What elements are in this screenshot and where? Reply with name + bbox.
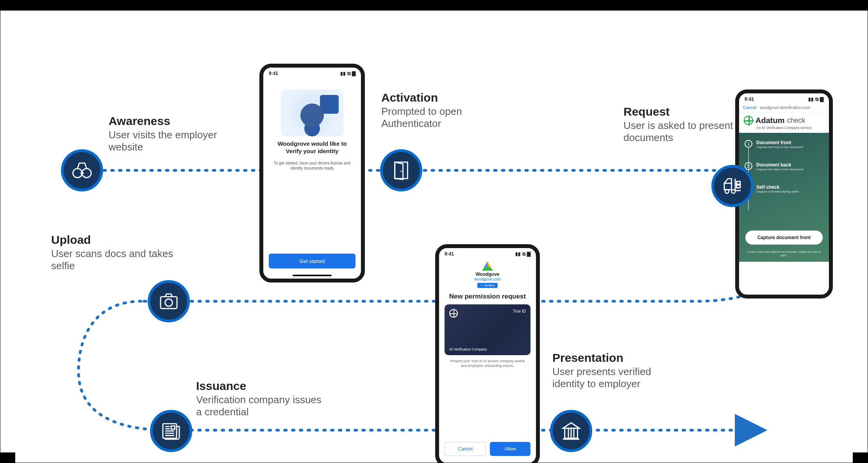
awareness-icon bbox=[61, 149, 103, 191]
perm-hint: Present your True ID to access company a… bbox=[439, 355, 536, 372]
perm-domain: woodgove.com bbox=[439, 277, 536, 281]
request-icon bbox=[711, 165, 754, 207]
upload-icon bbox=[148, 280, 190, 322]
svg-rect-12 bbox=[171, 426, 175, 429]
verified-badge: ✓ Verified bbox=[477, 283, 498, 288]
svg-rect-8 bbox=[737, 185, 740, 188]
home-indicator bbox=[293, 275, 332, 276]
status-indicators: ▮▮ ⧉ ▇ bbox=[808, 97, 823, 102]
cancel-button[interactable]: Cancel bbox=[445, 442, 486, 456]
step-awareness-label: Awareness User visits the employer websi… bbox=[109, 114, 238, 153]
step-title: Document back bbox=[756, 162, 804, 168]
step-number: 1 bbox=[745, 140, 752, 148]
perm-button-row: Cancel Allow bbox=[445, 442, 530, 456]
globe-icon bbox=[449, 309, 458, 318]
card-label: True ID bbox=[513, 309, 526, 313]
door-icon bbox=[390, 159, 412, 181]
card-issuer: ID Verification Company bbox=[449, 347, 487, 351]
status-bar: 9:41 ▮▮ ⧉ ▇ bbox=[263, 68, 361, 78]
credential-card: True ID ID Verification Company bbox=[445, 304, 530, 355]
step-desc: Prompted to open Authenticator bbox=[381, 105, 510, 130]
top-black-bar bbox=[0, 0, 868, 11]
activation-icon bbox=[380, 149, 422, 191]
step-issuance-label: Issuance Verification company issues a c… bbox=[196, 379, 325, 418]
step-title: Issuance bbox=[196, 379, 325, 393]
corner-marker-left bbox=[0, 452, 15, 463]
svg-rect-4 bbox=[724, 183, 732, 189]
step-desc: Capture the back of the document bbox=[756, 168, 804, 171]
svg-point-5 bbox=[725, 189, 729, 193]
adatum-sub: An ID Verification Company service bbox=[739, 126, 829, 133]
step-desc: Capture the front of the document bbox=[756, 145, 803, 149]
identity-sub: To get started, have your drivers licens… bbox=[263, 155, 361, 171]
step-title: Upload bbox=[51, 233, 180, 247]
step-request-label: Request User is asked to present documen… bbox=[623, 105, 752, 144]
step-desc: User is asked to present documents bbox=[623, 120, 752, 144]
adatum-step-1: 1 Document front Capture the front of th… bbox=[745, 140, 823, 149]
status-bar: 9:41 ▮▮ ⧉ ▇ bbox=[739, 93, 829, 104]
step-title: Awareness bbox=[109, 114, 238, 128]
status-time: 9:41 bbox=[269, 71, 278, 76]
allow-button[interactable]: Allow bbox=[490, 442, 530, 456]
corner-marker-right bbox=[853, 452, 868, 463]
phone-permission-screen: 9:41 ▮▮ ⧉ ▇ Woodgove woodgove.com ✓ Veri… bbox=[435, 244, 540, 463]
get-started-button[interactable]: Get started bbox=[269, 254, 355, 268]
adatum-step-2: 2 Document back Capture the back of the … bbox=[745, 162, 823, 171]
adatum-title: Adatum check bbox=[739, 113, 829, 126]
svg-point-3 bbox=[400, 171, 402, 172]
issuance-icon bbox=[150, 410, 192, 452]
identity-illustration bbox=[281, 89, 343, 136]
binoculars-icon bbox=[71, 159, 93, 181]
browser-cancel-button[interactable]: Cancel bbox=[743, 105, 756, 110]
adatum-suffix: check bbox=[787, 116, 805, 125]
svg-point-10 bbox=[165, 299, 173, 306]
browser-url: woodgrove.idverification.com bbox=[760, 105, 810, 110]
presentation-icon bbox=[550, 410, 592, 452]
step-title: Request bbox=[623, 105, 752, 119]
capture-front-button[interactable]: Capture document front bbox=[745, 231, 823, 245]
step-activation-label: Activation Prompted to open Authenticato… bbox=[381, 91, 510, 130]
step-title: Presentation bbox=[552, 351, 681, 365]
status-indicators: ▮▮ ⧉ ▇ bbox=[515, 251, 530, 257]
status-bar: 9:41 ▮▮ ⧉ ▇ bbox=[439, 248, 536, 258]
step-desc: User presents verified identity to emplo… bbox=[552, 366, 681, 390]
bank-icon bbox=[560, 420, 582, 442]
globe-icon bbox=[744, 116, 753, 125]
step-presentation-label: Presentation User presents verified iden… bbox=[552, 351, 681, 390]
adatum-brand: Adatum bbox=[755, 116, 784, 125]
phone-identity-screen: 9:41 ▮▮ ⧉ ▇ Woodgrove would like to Veri… bbox=[259, 64, 365, 282]
step-title: Document front bbox=[756, 140, 803, 145]
identity-headline: Woodgrove would like to Verify your iden… bbox=[263, 140, 361, 155]
step-desc: Capture a forward-facing selfie bbox=[756, 190, 799, 193]
camera-icon bbox=[158, 290, 180, 312]
adatum-fineprint: Double check that captures are complete,… bbox=[739, 250, 829, 257]
newspaper-icon bbox=[160, 420, 182, 442]
perm-brand: Woodgove bbox=[439, 272, 536, 277]
woodgrove-logo-icon bbox=[482, 261, 493, 271]
browser-url-bar: Cancel woodgrove.idverification.com bbox=[739, 104, 829, 113]
step-upload-label: Upload User scans docs and takes selfie bbox=[51, 233, 180, 272]
adatum-step-3: 3 Self check Capture a forward-facing se… bbox=[745, 184, 823, 193]
svg-rect-7 bbox=[737, 181, 740, 184]
status-time: 9:41 bbox=[745, 97, 754, 102]
step-title: Self check bbox=[756, 184, 799, 190]
status-indicators: ▮▮ ⧉ ▇ bbox=[340, 71, 355, 76]
step-title: Activation bbox=[381, 91, 510, 105]
step-desc: Verification company issues a credential bbox=[196, 394, 325, 418]
forklift-icon bbox=[722, 175, 743, 197]
adatum-steps-panel: 1 Document front Capture the front of th… bbox=[739, 133, 829, 262]
step-desc: User visits the employer website bbox=[109, 129, 238, 153]
perm-headline: New permission request bbox=[439, 290, 536, 304]
status-time: 9:41 bbox=[445, 251, 454, 257]
step-desc: User scans docs and takes selfie bbox=[51, 248, 180, 272]
